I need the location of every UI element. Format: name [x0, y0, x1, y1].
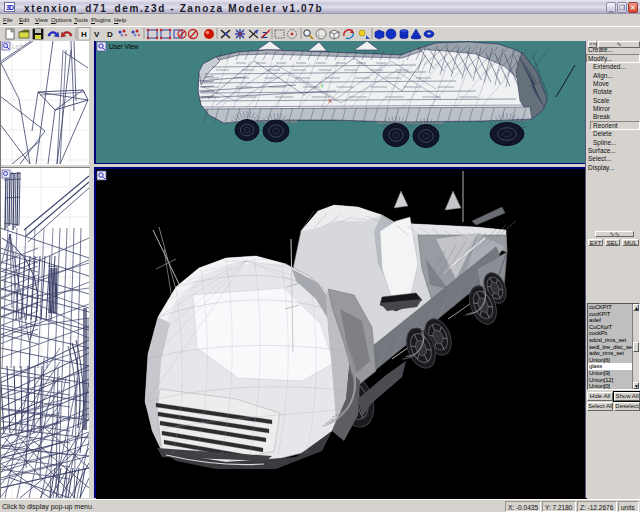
- svg-text:User View: User View: [109, 43, 139, 50]
- svg-text:Y: Y: [320, 83, 324, 89]
- svg-text:X: X: [328, 98, 332, 104]
- svg-text:D: D: [107, 30, 113, 39]
- svg-text:Left: Left: [12, 43, 23, 50]
- svg-text:H: H: [81, 30, 87, 39]
- svg-text:V: V: [94, 30, 100, 39]
